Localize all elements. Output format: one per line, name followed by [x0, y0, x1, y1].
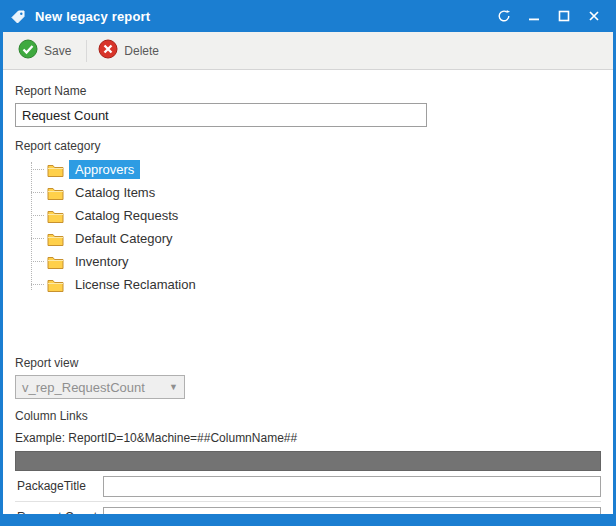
column-links-grid: PackageTitle Request Count: [15, 451, 601, 514]
tree-item-catalog-items[interactable]: Catalog Items: [31, 181, 601, 204]
minimize-icon[interactable]: [527, 9, 541, 23]
folder-icon: [47, 163, 64, 177]
tree-item-license-reclamation[interactable]: License Reclamation: [31, 273, 601, 296]
category-tree: Approvers Catalog Items Catalog Requests…: [31, 158, 601, 350]
grid-row-packagetitle: PackageTitle: [15, 471, 601, 502]
column-links-label: Column Links: [15, 409, 601, 423]
tree-item-label: Approvers: [69, 160, 140, 179]
report-view-label: Report view: [15, 356, 601, 370]
delete-label: Delete: [124, 44, 159, 58]
refresh-icon[interactable]: [497, 9, 511, 23]
toolbar-divider: [86, 40, 87, 62]
folder-icon: [47, 209, 64, 223]
close-icon[interactable]: [587, 9, 601, 23]
tree-item-label: Default Category: [69, 229, 179, 248]
report-view-value: v_rep_RequestCount: [22, 380, 145, 395]
tree-item-approvers[interactable]: Approvers: [31, 158, 601, 181]
tree-item-inventory[interactable]: Inventory: [31, 250, 601, 273]
form-content: Report Name Report category Approvers Ca…: [3, 70, 613, 514]
window-controls: [497, 9, 601, 23]
maximize-icon[interactable]: [557, 9, 571, 23]
report-tag-icon: [9, 7, 27, 25]
tree-item-label: Inventory: [69, 252, 134, 271]
tree-item-default-category[interactable]: Default Category: [31, 227, 601, 250]
folder-icon: [47, 232, 64, 246]
report-name-label: Report Name: [15, 84, 601, 98]
delete-x-icon: [98, 39, 118, 62]
save-button[interactable]: Save: [11, 34, 82, 67]
report-category-label: Report category: [15, 139, 601, 153]
dialog-window: New legacy report Save: [0, 0, 616, 526]
tree-item-catalog-requests[interactable]: Catalog Requests: [31, 204, 601, 227]
grid-header: [15, 451, 601, 471]
save-label: Save: [44, 44, 71, 58]
column-links-example: Example: ReportID=10&Machine=##ColumnNam…: [15, 431, 601, 445]
folder-icon: [47, 278, 64, 292]
tree-item-label: License Reclamation: [69, 275, 202, 294]
save-check-icon: [18, 39, 38, 62]
grid-row-label: PackageTitle: [15, 479, 103, 493]
packagetitle-input[interactable]: [103, 476, 601, 497]
tree-item-label: Catalog Items: [69, 183, 161, 202]
grid-row-request-count: Request Count: [15, 502, 601, 514]
titlebar: New legacy report: [3, 0, 613, 32]
chevron-down-icon: ▼: [169, 382, 178, 392]
report-name-input[interactable]: [15, 103, 427, 127]
folder-icon: [47, 255, 64, 269]
folder-icon: [47, 186, 64, 200]
tree-item-label: Catalog Requests: [69, 206, 184, 225]
window-title: New legacy report: [35, 9, 489, 24]
request-count-input[interactable]: [103, 507, 601, 515]
grid-row-label: Request Count: [15, 510, 103, 514]
toolbar: Save Delete: [3, 32, 613, 70]
report-view-select[interactable]: v_rep_RequestCount ▼: [15, 375, 185, 399]
delete-button[interactable]: Delete: [91, 34, 170, 67]
